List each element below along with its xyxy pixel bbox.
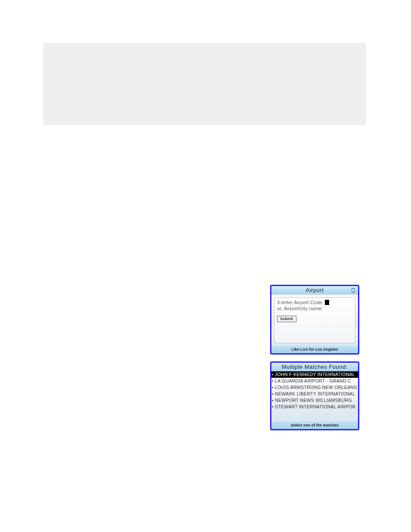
match-item[interactable]: NEWARK LIBERTY INTERNATIONAL xyxy=(271,391,358,397)
airport-name-label: or, Airport/city name: xyxy=(277,305,352,311)
airport-widget: Airport 3-letter Airport Code: or, Airpo… xyxy=(270,285,359,355)
matches-title: Multiple Matches Found: xyxy=(282,364,348,370)
matches-titlebar: Multiple Matches Found: xyxy=(271,363,358,371)
airport-panel: 3-letter Airport Code: or, Airport/city … xyxy=(274,297,355,343)
airport-body: 3-letter Airport Code: or, Airport/city … xyxy=(271,295,358,346)
airport-code-label: 3-letter Airport Code: xyxy=(277,299,324,305)
match-item[interactable]: JOHN F KENNEDY INTERNATIONAL xyxy=(271,371,358,378)
matches-body: JOHN F KENNEDY INTERNATIONAL LA GUARDIA … xyxy=(271,371,358,422)
matches-hint: Select one of the matches xyxy=(271,422,358,429)
refresh-icon[interactable] xyxy=(350,287,357,294)
match-item[interactable]: LA GUARDIA AIRPORT - GRAND C xyxy=(271,378,358,384)
airport-titlebar: Airport xyxy=(271,286,358,295)
match-item[interactable]: NEWPORT NEWS WILLIAMSBURG xyxy=(271,397,358,404)
airport-title: Airport xyxy=(306,287,324,293)
matches-list: JOHN F KENNEDY INTERNATIONAL LA GUARDIA … xyxy=(271,371,358,422)
match-item[interactable]: STEWART INTERNATIONAL AIRPOR xyxy=(271,404,358,410)
top-banner xyxy=(43,43,366,125)
submit-button[interactable]: Submit xyxy=(277,316,296,322)
airport-hint: Like LAX for Los Angeles xyxy=(271,346,358,353)
airport-code-input[interactable] xyxy=(325,300,329,305)
match-item[interactable]: LOUIS ARMSTRONG NEW ORLEANS xyxy=(271,384,358,391)
matches-widget: Multiple Matches Found: JOHN F KENNEDY I… xyxy=(270,361,359,430)
